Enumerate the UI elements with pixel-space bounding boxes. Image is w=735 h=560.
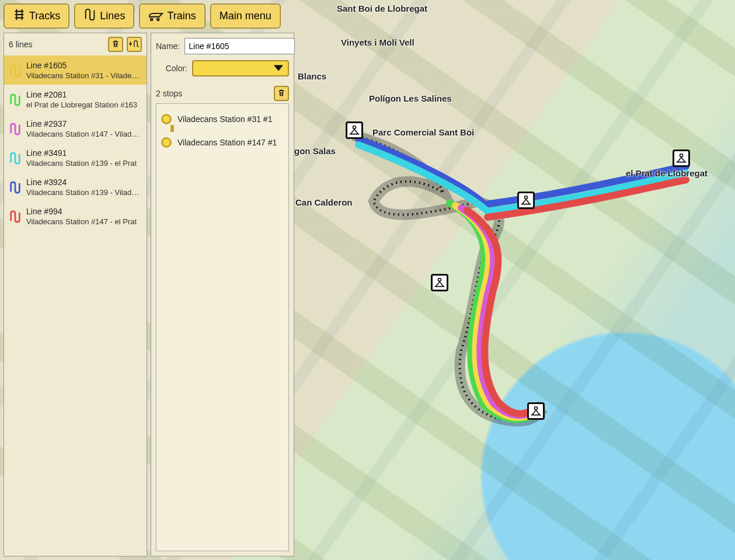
line-item-name: Line #994 xyxy=(26,207,137,216)
trash-icon xyxy=(277,89,285,99)
trash-icon xyxy=(112,40,120,50)
lines-icon xyxy=(83,8,96,24)
lines-panel: 6 lines Line #1605Viladecans Station #31… xyxy=(4,33,147,556)
trains-button[interactable]: Trains xyxy=(139,4,205,29)
line-item-name: Line #2081 xyxy=(26,90,137,99)
line-list-item[interactable]: Line #3924Viladecans Station #139 - Vila… xyxy=(4,172,147,201)
map-label: gon Salas xyxy=(294,146,336,156)
stop-item[interactable]: Viladecans Station #147 #1 xyxy=(161,133,284,152)
map-label: el Prat de Llobregat xyxy=(626,168,708,178)
lines-label: Lines xyxy=(100,10,125,22)
add-line-button[interactable] xyxy=(127,37,142,52)
line-list: Line #1605Viladecans Station #31 - Vilad… xyxy=(4,55,147,556)
line-list-item[interactable]: Line #2081el Prat de Llobregat Station #… xyxy=(4,85,147,114)
map-label: Sant Boi de Llobregat xyxy=(337,4,427,13)
main-toolbar: Tracks Lines Trains Main menu xyxy=(4,4,281,29)
line-glyph-icon xyxy=(9,123,22,135)
line-list-item[interactable]: Line #1605Viladecans Station #31 - Vilad… xyxy=(4,55,147,85)
line-list-item[interactable]: Line #2937Viladecans Station #147 - Vila… xyxy=(4,114,147,143)
map-label: Can Calderon xyxy=(295,197,353,207)
lines-button[interactable]: Lines xyxy=(74,4,134,29)
station-marker[interactable] xyxy=(673,149,690,167)
trains-label: Trains xyxy=(167,10,196,22)
line-item-sub: Viladecans Station #147 - Viladecans xyxy=(26,130,142,138)
station-marker[interactable] xyxy=(346,121,363,139)
stop-label: Viladecans Station #31 #1 xyxy=(177,114,272,124)
delete-line-button[interactable] xyxy=(108,37,123,52)
stops-list: Viladecans Station #31 #1 Viladecans Sta… xyxy=(156,103,289,551)
tracks-icon xyxy=(13,8,26,24)
line-item-sub: Viladecans Station #139 - Viladecans xyxy=(26,188,142,197)
line-item-sub: Viladecans Station #147 - el Prat xyxy=(26,217,137,226)
stops-count-label: 2 stops xyxy=(156,89,182,98)
tracks-label: Tracks xyxy=(29,10,60,22)
trains-icon xyxy=(148,8,163,24)
line-item-sub: el Prat de Llobregat Station #163 xyxy=(26,100,137,109)
station-marker[interactable] xyxy=(517,192,535,209)
map-label: Polígon Les Salines xyxy=(369,93,452,103)
tracks-button[interactable]: Tracks xyxy=(4,4,69,29)
line-list-item[interactable]: Line #3491Viladecans Station #139 - el P… xyxy=(4,143,147,172)
line-glyph-icon xyxy=(9,93,22,106)
line-item-sub: Viladecans Station #139 - el Prat xyxy=(26,159,137,168)
station-marker[interactable] xyxy=(431,274,448,291)
line-item-name: Line #3924 xyxy=(26,178,142,187)
stop-dot-icon xyxy=(161,137,172,148)
line-item-name: Line #2937 xyxy=(26,119,142,128)
name-label: Name: xyxy=(156,41,180,51)
lines-count-label: 6 lines xyxy=(9,40,32,49)
map-label: Vinyets i Molí Vell xyxy=(341,37,414,47)
delete-stop-button[interactable] xyxy=(274,86,289,101)
line-color-picker[interactable] xyxy=(192,60,289,76)
stop-dot-icon xyxy=(161,114,172,124)
line-glyph-icon xyxy=(9,181,22,194)
line-glyph-icon xyxy=(9,210,22,223)
map-label: Parc Comercial Sant Boi xyxy=(372,127,474,137)
main-menu-label: Main menu xyxy=(220,10,271,22)
stop-item[interactable]: Viladecans Station #31 #1 xyxy=(161,110,284,128)
main-menu-button[interactable]: Main menu xyxy=(210,4,281,29)
stop-label: Viladecans Station #147 #1 xyxy=(177,138,277,147)
line-item-name: Line #3491 xyxy=(26,148,137,158)
plus-line-icon xyxy=(129,40,140,50)
station-marker[interactable] xyxy=(527,402,545,420)
line-detail-panel: Name: Color: 2 stops Viladecans Station … xyxy=(151,33,294,556)
line-item-sub: Viladecans Station #31 - Viladecans Stat… xyxy=(26,71,142,80)
line-list-item[interactable]: Line #994Viladecans Station #147 - el Pr… xyxy=(4,201,147,231)
color-label: Color: xyxy=(156,64,187,73)
stop-connector xyxy=(170,125,174,132)
map-label: Blancs xyxy=(298,71,326,81)
line-name-input[interactable] xyxy=(184,38,295,54)
line-glyph-icon xyxy=(9,152,22,165)
line-item-name: Line #1605 xyxy=(26,61,142,70)
line-glyph-icon xyxy=(9,64,22,77)
